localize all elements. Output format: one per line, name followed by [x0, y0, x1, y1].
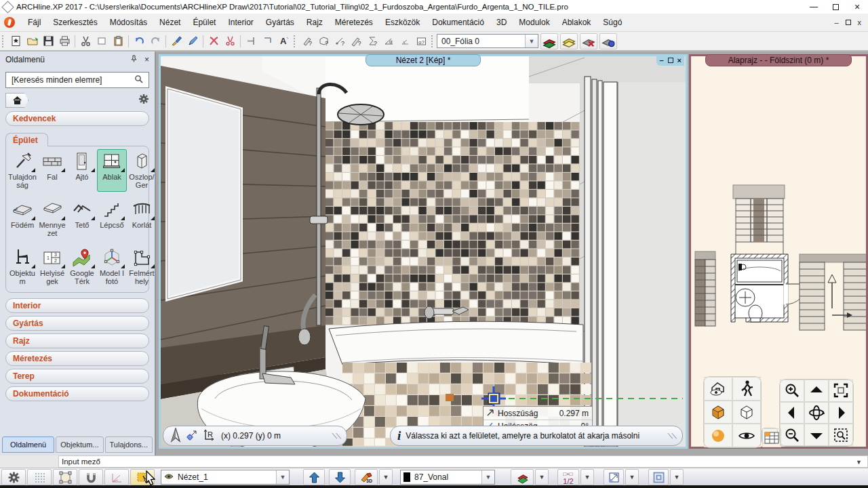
- tool-google-terkep[interactable]: Google Térk: [67, 245, 97, 288]
- angle-rays-button[interactable]: [104, 469, 129, 485]
- trim-button[interactable]: [222, 34, 238, 49]
- solid-view-button[interactable]: [704, 401, 732, 424]
- selection-box-button[interactable]: [53, 469, 77, 485]
- render-button[interactable]: [704, 424, 732, 447]
- print-button[interactable]: [56, 34, 73, 49]
- sidebar-section-gyartas[interactable]: Gyártás: [5, 316, 149, 331]
- sidebar-section-kedvencek[interactable]: Kedvencek: [5, 111, 149, 126]
- pin-icon[interactable]: [130, 55, 138, 64]
- minimize-button[interactable]: —: [803, 0, 825, 14]
- brush-button[interactable]: [168, 34, 184, 49]
- viewport-minimize-button[interactable]: –: [659, 56, 663, 64]
- save-button[interactable]: [40, 34, 56, 49]
- layer-combo-arrow-icon[interactable]: ▼: [525, 35, 538, 47]
- tab-objektum[interactable]: Objektum...: [56, 436, 103, 453]
- resize-element-button[interactable]: [604, 469, 624, 485]
- tool-felmert-hely[interactable]: Felmért hely: [127, 245, 157, 288]
- tool-fal[interactable]: Fal: [37, 149, 67, 192]
- visibility-eye-button[interactable]: [732, 424, 761, 447]
- menu-item-interior[interactable]: Interior: [222, 15, 259, 30]
- undo-button[interactable]: [131, 34, 147, 49]
- menu-item-nezet[interactable]: Nézet: [153, 15, 186, 30]
- menu-item-epulet[interactable]: Épület: [186, 15, 222, 30]
- viewport-tab[interactable]: Nézet 2 [Kép] *: [366, 54, 481, 66]
- grid-snap-button[interactable]: [27, 469, 52, 485]
- resize-dropdown-button[interactable]: ▼: [625, 469, 639, 485]
- tool-teto[interactable]: Tető: [67, 197, 97, 240]
- input-row-dropdown-icon[interactable]: ▼: [856, 459, 862, 466]
- orbit-button[interactable]: [804, 402, 829, 424]
- tool-tulajdonsag[interactable]: Tulajdonság: [7, 149, 37, 192]
- tool-lepcso[interactable]: Lépcső: [97, 197, 127, 240]
- sidebar-section-rajz[interactable]: Rajz: [5, 333, 149, 348]
- cut-button[interactable]: [77, 34, 94, 49]
- tool-fodem[interactable]: Födém: [7, 197, 37, 240]
- zoom-in-button[interactable]: [780, 380, 804, 402]
- menu-item-gyartas[interactable]: Gyártás: [260, 15, 300, 30]
- query-length-button[interactable]: ?: [299, 34, 315, 49]
- 3d-scene[interactable]: [161, 56, 686, 447]
- pan-down-button[interactable]: [804, 424, 829, 446]
- line-style-combo[interactable]: 87_Vonal ▼: [400, 470, 495, 485]
- delete-button[interactable]: [205, 34, 222, 49]
- layer-red-book-button[interactable]: [540, 33, 558, 49]
- sidebar-section-dokumentacio[interactable]: Dokumentáció: [5, 386, 149, 401]
- layer-combo[interactable]: 00_Fólia 0 ▼: [437, 34, 538, 48]
- scale-half-button[interactable]: □+□1/2: [557, 469, 579, 485]
- menu-item-ablakok[interactable]: Ablakok: [556, 15, 597, 30]
- layer-settings-book-button[interactable]: [599, 33, 617, 49]
- close-button[interactable]: ×: [846, 0, 868, 14]
- magnet-snap-button[interactable]: [79, 469, 103, 485]
- query-angle2-button[interactable]: [397, 34, 413, 49]
- tool-objektum[interactable]: Objektum: [7, 245, 37, 288]
- query-angle-button[interactable]: α: [380, 34, 397, 49]
- gear-icon[interactable]: [138, 94, 149, 107]
- layer-yellow-book-button[interactable]: [560, 33, 578, 49]
- tool-ajto[interactable]: Ajtó: [67, 149, 97, 192]
- maximize-button[interactable]: [825, 0, 846, 14]
- view-window-3d[interactable]: Nézet 2 [Kép] * – × Hosszúság 0.297 m Ha…: [159, 54, 688, 449]
- build-3d-button[interactable]: 3D: [355, 469, 378, 485]
- multi-view-grid-button[interactable]: [762, 428, 781, 447]
- tool-korlat[interactable]: Korlát: [127, 197, 157, 240]
- tool-helyisegek[interactable]: 132Helyiségek: [37, 245, 67, 288]
- sidebar-section-interior[interactable]: Interior: [5, 298, 149, 313]
- menu-item-fajl[interactable]: Fájl: [22, 15, 47, 30]
- query-sum-button[interactable]: ?: [364, 34, 380, 49]
- floorplan-window[interactable]: Alaprajz - - Földszint (0 m) *: [689, 54, 868, 449]
- new-file-button[interactable]: [7, 34, 24, 49]
- floorplan-tab[interactable]: Alaprajz - - Földszint (0 m) *: [705, 54, 852, 66]
- menu-item-eszkozok[interactable]: Eszközök: [379, 15, 426, 30]
- tab-oldalmenu[interactable]: Oldalmenü: [2, 436, 54, 453]
- walkthrough-button[interactable]: [732, 377, 761, 401]
- search-input[interactable]: [Keresés minden elemre]: [5, 72, 149, 88]
- perspective-view-button[interactable]: [704, 377, 732, 401]
- eraser-dropdown-button[interactable]: ▼: [535, 469, 549, 485]
- offset-dropdown-button[interactable]: ▼: [670, 469, 684, 485]
- wireframe-view-button[interactable]: [732, 401, 761, 424]
- menu-item-szerkesztes[interactable]: Szerkesztés: [47, 15, 103, 30]
- mdi-close-button[interactable]: x: [858, 18, 862, 26]
- line-style-arrow-icon[interactable]: ▼: [481, 470, 494, 484]
- query-box-button[interactable]: ?: [315, 34, 332, 49]
- menu-item-3d[interactable]: 3D: [490, 15, 513, 30]
- extend-left-button[interactable]: [243, 34, 259, 49]
- layer-delete-book-button[interactable]: [580, 33, 597, 49]
- sidebar-close-icon[interactable]: ×: [144, 55, 149, 64]
- pan-left-button[interactable]: [780, 402, 804, 424]
- scale-dropdown-button[interactable]: ▼: [580, 469, 594, 485]
- sidebar-section-terep[interactable]: Terep: [5, 369, 149, 384]
- sidebar-section-meretezes[interactable]: Méretezés: [5, 351, 149, 366]
- query-point-button[interactable]: ?: [332, 34, 348, 49]
- mdi-restore-button[interactable]: [846, 20, 851, 25]
- tool-mennyezet[interactable]: Mennyezet: [37, 197, 67, 240]
- pen-button[interactable]: [184, 34, 201, 49]
- move-down-floor-button[interactable]: [329, 469, 351, 485]
- menu-item-rajz[interactable]: Rajz: [300, 15, 329, 30]
- build-3d-dropdown-button[interactable]: ▼: [379, 469, 393, 485]
- query-pen-button[interactable]: ?: [348, 34, 364, 49]
- pan-right-button[interactable]: [829, 402, 853, 424]
- view-combo-arrow-icon[interactable]: ▼: [276, 470, 289, 484]
- tool-ablak[interactable]: Ablak: [97, 149, 127, 192]
- query-elevation-button[interactable]: o?: [413, 34, 429, 49]
